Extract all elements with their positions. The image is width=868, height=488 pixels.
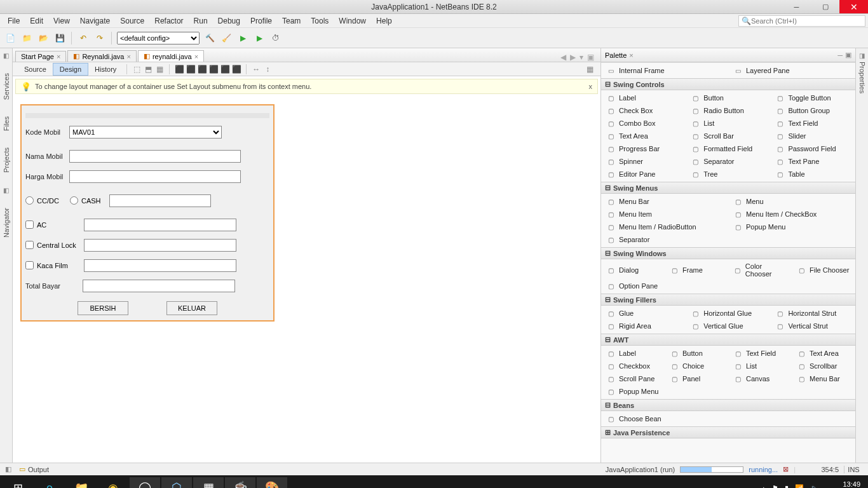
palette-item[interactable]: ▢Separator bbox=[601, 233, 728, 246]
input-ac[interactable] bbox=[84, 219, 236, 231]
redo-icon[interactable]: ↷ bbox=[93, 32, 106, 44]
mode-source[interactable]: Source bbox=[18, 64, 53, 75]
form-selection[interactable]: Kode Mobil MAV01 Nama Mobil Harga Mobil bbox=[20, 104, 275, 322]
palette-item[interactable]: ▢Toggle Button bbox=[770, 92, 855, 104]
palette-item[interactable]: ▢List bbox=[728, 360, 792, 372]
system-clock[interactable]: 13:49 25/04/2017 bbox=[825, 480, 860, 488]
palette-item[interactable]: ▢Scroll Bar bbox=[686, 130, 770, 142]
palette-item[interactable]: ▢Button bbox=[665, 347, 728, 360]
palette-item[interactable]: ▢Table bbox=[770, 168, 855, 180]
minimize-icon[interactable]: ─ bbox=[837, 51, 843, 59]
progress-bar[interactable] bbox=[680, 466, 743, 473]
menu-navigate[interactable]: Navigate bbox=[75, 15, 115, 27]
palette-item[interactable]: ▢Button Group bbox=[770, 104, 855, 117]
input-pay[interactable] bbox=[109, 194, 211, 207]
palette-item[interactable]: ▢Text Area bbox=[792, 347, 855, 360]
button-keluar[interactable]: KELUAR bbox=[166, 301, 217, 315]
palette-item[interactable]: ▢Spinner bbox=[601, 155, 686, 168]
palette-item[interactable]: ▢Canvas bbox=[728, 372, 792, 385]
close-icon[interactable]: × bbox=[57, 53, 60, 60]
palette-item[interactable]: ▢Menu Item bbox=[601, 208, 728, 220]
palette-item[interactable]: ▢Text Field bbox=[728, 347, 792, 360]
menu-help[interactable]: Help bbox=[371, 15, 397, 27]
close-icon[interactable]: × bbox=[629, 51, 633, 59]
restore-icon[interactable]: ◧ bbox=[3, 52, 9, 59]
check-kaca[interactable] bbox=[25, 261, 34, 269]
palette-item[interactable]: ▢Popup Menu bbox=[601, 385, 665, 398]
palette-item[interactable]: ▢Text Pane bbox=[770, 155, 855, 168]
debug-icon[interactable]: ▶ bbox=[253, 32, 266, 44]
palette-item[interactable]: ▢Scrollbar bbox=[792, 360, 855, 372]
palette-item[interactable]: ▢Menu Item / CheckBox bbox=[728, 208, 855, 220]
menu-window[interactable]: Window bbox=[334, 15, 371, 27]
restore-icon[interactable]: ◧ bbox=[5, 465, 11, 473]
tab-list-icon[interactable]: ▾ bbox=[580, 53, 583, 62]
palette-item[interactable]: ▢Menu Bar bbox=[792, 372, 855, 385]
sidebar-tab-projects[interactable]: Projects bbox=[3, 145, 10, 175]
form-designer[interactable]: Kode Mobil MAV01 Nama Mobil Harga Mobil bbox=[13, 97, 600, 463]
tab-reynaldi-1[interactable]: ◧ Reynaldi.java × bbox=[67, 50, 136, 62]
menu-view[interactable]: View bbox=[48, 15, 75, 27]
resize-h-icon[interactable]: ↔ bbox=[250, 64, 262, 75]
paint-icon[interactable]: 🎨 bbox=[257, 477, 287, 488]
palette-item[interactable]: ▢Frame bbox=[665, 261, 728, 280]
java-icon[interactable]: ☕ bbox=[225, 477, 255, 488]
palette-item[interactable]: ▢Horizontal Strut bbox=[770, 307, 855, 320]
align-top-icon[interactable]: ⬛ bbox=[196, 64, 208, 75]
align-left-icon[interactable]: ⬛ bbox=[173, 64, 185, 75]
tray-volume-icon[interactable]: 🔈 bbox=[810, 484, 819, 489]
close-icon[interactable]: × bbox=[126, 53, 130, 60]
palette-item[interactable]: ▢List bbox=[686, 117, 770, 130]
next-tab-icon[interactable]: ▶ bbox=[570, 53, 576, 62]
output-tab[interactable]: ▭Output bbox=[19, 465, 49, 473]
palette-item[interactable]: ▢Scroll Pane bbox=[601, 372, 665, 385]
palette-item[interactable]: ▢Radio Button bbox=[686, 104, 770, 117]
palette-item[interactable]: ▢Password Field bbox=[770, 142, 855, 155]
group-beans[interactable]: ⊟Beans bbox=[601, 399, 855, 411]
window-close-button[interactable]: ✕ bbox=[839, 0, 868, 13]
menu-source[interactable]: Source bbox=[115, 15, 149, 27]
palette-item[interactable]: ▢Formatted Field bbox=[686, 142, 770, 155]
palette-item[interactable]: ▢Horizontal Glue bbox=[686, 307, 770, 320]
input-central[interactable] bbox=[84, 239, 236, 252]
config-select[interactable]: <default config> bbox=[117, 32, 200, 44]
menu-file[interactable]: File bbox=[3, 15, 25, 27]
input-harga[interactable] bbox=[69, 170, 241, 183]
resize-v-icon[interactable]: ↕ bbox=[262, 64, 273, 75]
profile-icon[interactable]: ⏱ bbox=[269, 32, 282, 44]
undo-icon[interactable]: ↶ bbox=[77, 32, 90, 44]
palette-item[interactable]: ▢Check Box bbox=[601, 104, 686, 117]
maximize-icon[interactable]: ▣ bbox=[587, 53, 594, 62]
start-button[interactable]: ⊞ bbox=[3, 477, 33, 488]
palette-item[interactable]: ▢Popup Menu bbox=[728, 220, 855, 233]
palette-item[interactable]: ▢Checkbox bbox=[601, 360, 665, 372]
search-input[interactable] bbox=[751, 17, 862, 25]
explorer-icon[interactable]: 📁 bbox=[66, 477, 97, 488]
palette-item[interactable]: ▢Choice bbox=[665, 360, 728, 372]
stop-icon[interactable]: ⊠ bbox=[783, 465, 789, 473]
run-icon[interactable]: ▶ bbox=[236, 32, 249, 44]
palette-item[interactable]: ▢Choose Bean bbox=[601, 412, 728, 425]
palette-item[interactable]: ▢Progress Bar bbox=[601, 142, 686, 155]
netbeans-icon[interactable]: ⬡ bbox=[161, 477, 192, 488]
palette-item[interactable]: ▢Label bbox=[601, 347, 665, 360]
palette-item[interactable]: ▢Slider bbox=[770, 130, 855, 142]
group-swing-menus[interactable]: ⊟Swing Menus bbox=[601, 182, 855, 194]
menu-refactor[interactable]: Refactor bbox=[149, 15, 188, 27]
mode-history[interactable]: History bbox=[88, 64, 123, 75]
check-ac[interactable] bbox=[25, 220, 34, 229]
toggle-icon[interactable]: ▦ bbox=[584, 64, 595, 75]
quick-search[interactable]: 🔍 bbox=[738, 15, 865, 27]
tray-battery-icon[interactable]: ▮ bbox=[785, 484, 789, 489]
palette-item[interactable]: ▢Separator bbox=[686, 155, 770, 168]
chrome-icon[interactable]: ◯ bbox=[130, 477, 160, 488]
input-total[interactable] bbox=[83, 280, 235, 292]
window-minimize-button[interactable]: ─ bbox=[782, 0, 811, 13]
task-icon[interactable]: ▦ bbox=[193, 477, 224, 488]
tab-reynaldi-2[interactable]: ◧ reynaldi.java × bbox=[138, 50, 204, 62]
radio-ccdc[interactable] bbox=[25, 196, 34, 205]
palette-item[interactable]: ▢Menu bbox=[728, 195, 855, 208]
close-hint-button[interactable]: x bbox=[589, 83, 593, 90]
check-central[interactable] bbox=[25, 241, 34, 249]
new-project-icon[interactable]: 📁 bbox=[20, 32, 33, 44]
